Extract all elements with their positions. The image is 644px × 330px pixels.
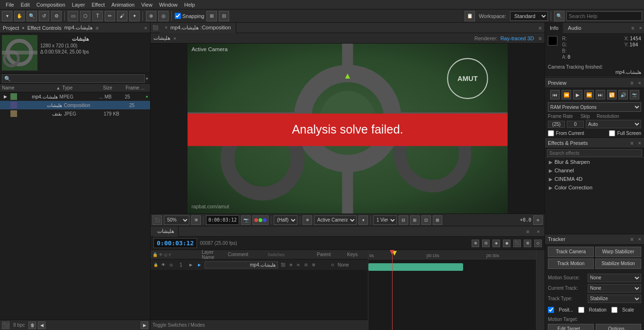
viewer-header-menu[interactable]: ≡ [539,36,542,41]
preview-go-start[interactable]: ⏮ [550,90,560,99]
tracker-panel-menu[interactable]: ≡ [630,236,633,242]
col-header-size[interactable]: Size [103,85,125,90]
search-input[interactable] [566,11,642,21]
tl-btn-5[interactable]: ⬛ [513,240,521,247]
tool-track[interactable]: ◎ [158,11,169,21]
tl-btn-7[interactable]: ◇ [534,240,542,247]
vc-view-icon2[interactable]: ⊞ [410,215,420,225]
effects-panel-menu[interactable]: ≡ [630,140,633,146]
vc-view-icon3[interactable]: ⊡ [421,215,431,225]
tl-btn-2[interactable]: ⊟ [482,240,490,247]
tool-paint[interactable]: 🖌 [117,11,127,21]
right-arrow-icon[interactable]: ▶ [141,321,148,329]
timeline-playhead[interactable] [392,250,393,330]
left-panel-menu-btn[interactable]: ≡ [96,25,98,31]
tool-select[interactable]: ▾ [2,11,12,21]
vc-toggle[interactable]: ⬛ [152,215,162,225]
tool-text[interactable]: T [92,11,103,21]
layer-0-name[interactable]: هليشات.mp4 [205,261,278,268]
menu-help[interactable]: Help [181,1,198,9]
tracker-track-type-select[interactable]: Stabilize [588,294,641,303]
tl-btn-3[interactable]: ◈ [492,240,500,247]
menu-view[interactable]: View [138,1,155,9]
project-search-input[interactable] [2,74,145,83]
toggle-switches-label[interactable]: Toggle Switches / Modes [152,322,205,328]
timeline-layer-0[interactable]: 🔒 👁 ◎ 1 ▶ ▶ هليشات.mp4 ⬛ ⊕ fx ⊟ [151,259,368,270]
preview-res-select[interactable]: Auto [586,120,641,128]
tool-hand[interactable]: ✋ [14,11,25,21]
tracker-motion-source-select[interactable]: None [588,274,641,282]
timeline-header-menu[interactable]: ≡ [523,229,532,234]
vc-view-icon4[interactable]: ⊠ [433,215,442,225]
effects-item-0[interactable]: ▶ Blur & Sharpen [545,158,644,166]
tl-btn-1[interactable]: ⊕ [472,240,479,247]
preview-from-current-checkbox[interactable] [548,130,554,136]
layer-0-eye[interactable]: 👁 [160,261,167,268]
vc-cam-menu[interactable]: ▾ [358,215,368,225]
stabilize-motion-btn[interactable]: Stabilize Motion [595,259,641,269]
tool-extra2[interactable]: ⊟ [219,11,229,21]
comp-tab-menu-btn[interactable]: ≡ [536,25,545,31]
tracker-edit-target-btn[interactable]: Edit Target... [548,324,594,330]
preview-ram-options-select[interactable]: RAM Preview Options [548,102,641,112]
effects-item-2[interactable]: ▶ CINEMA 4D [545,175,644,183]
tracker-position-checkbox[interactable] [548,307,554,313]
info-panel-menu[interactable]: ≡ [628,23,637,33]
vc-time-display[interactable]: 0:00:03:12 [206,215,239,225]
workspace-select[interactable]: Standard [510,11,548,21]
tool-mask[interactable]: ▭ [68,11,78,21]
left-arrow-icon[interactable]: ◀ [38,321,45,329]
preview-play[interactable]: ▶ [573,90,582,99]
tracker-current-track-select[interactable]: None [588,284,641,293]
layer-0-expand[interactable]: ▶ [188,261,194,268]
vc-view-icon1[interactable]: ⊟ [399,215,408,225]
menu-edit[interactable]: Edit [18,1,33,9]
renderer-value[interactable]: Ray-traced 3D [501,36,534,41]
effects-item-1[interactable]: ▶ Channel [545,166,644,175]
layer-0-sw2[interactable]: ⊕ [287,261,294,268]
col-header-name[interactable]: Name [2,85,56,90]
preview-step-back[interactable]: ⏪ [562,90,571,99]
preview-ram-icon[interactable]: 📷 [630,90,639,99]
tool-zoom[interactable]: 🔍 [27,11,37,21]
time-ruler[interactable]: 0s 00:15s 00:30s [368,250,545,259]
tracker-title[interactable]: Tracker [548,236,565,242]
tool-track-anchor[interactable]: ⊕ [146,11,156,21]
menu-file[interactable]: File [3,1,17,9]
composition-viewer[interactable]: AMUT Analysis solve failed. Active Camer… [151,44,545,214]
col-header-frame[interactable]: Frame ... [125,85,148,90]
preview-fr-value[interactable]: (25) [548,121,565,128]
tool-shape[interactable]: ⬡ [80,11,90,21]
preview-loop[interactable]: 🔁 [607,90,617,99]
vc-quality-select[interactable]: (Half) [274,215,297,225]
timeline-header-close[interactable]: × [535,229,542,234]
menu-effect[interactable]: Effect [89,1,107,9]
left-panel-close[interactable]: × [144,25,147,31]
project-item-1[interactable]: هليشات Composition 25 [0,101,150,109]
time-display[interactable]: 0:00:03:12 [153,238,197,248]
track-camera-btn[interactable]: Track Camera [548,247,594,257]
preview-panel-close[interactable]: × [638,80,641,86]
warp-stabilizer-btn[interactable]: Warp Stabilizer [595,247,641,257]
preview-audio-btn[interactable]: 🔊 [618,90,628,99]
tool-rotate[interactable]: ↺ [39,11,49,21]
effect-controls-title[interactable]: Effect Controls [27,25,62,31]
preview-panel-menu[interactable]: ≡ [630,80,633,86]
col-header-type[interactable]: Type [63,85,103,90]
vc-fit-btn[interactable]: ⊞ [191,215,201,225]
preview-go-end[interactable]: ⏭ [596,90,605,99]
preview-skip-value[interactable]: 0 [567,121,584,128]
preview-step-fwd[interactable]: ⏩ [584,90,594,99]
project-item-2[interactable]: بقتف JPEG 179 KB [0,109,150,118]
project-item-0[interactable]: ▶ هليشات.mp4 MPEG ... MB 25 ● [0,92,150,101]
project-title[interactable]: Project [3,25,19,31]
delete-icon[interactable]: 🗑 [28,321,36,329]
menu-composition[interactable]: Composition [34,1,68,9]
audio-tab[interactable]: Audio [563,23,586,33]
tracker-options-btn[interactable]: Options... [596,324,642,330]
layer-0-bar[interactable] [368,263,463,271]
tool-extra1[interactable]: ⊞ [206,11,217,21]
effects-panel-close[interactable]: × [638,140,641,146]
preview-title[interactable]: Preview [548,80,566,86]
new-item-icon[interactable]: ⬛ [2,321,9,329]
